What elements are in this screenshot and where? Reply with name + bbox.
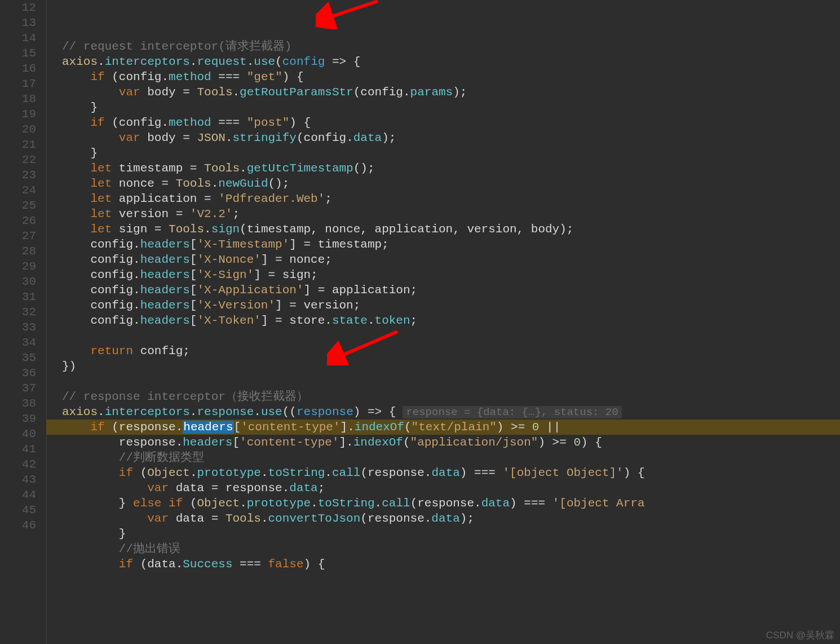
code-line[interactable]: config.headers['X-Version'] = version; [46,298,840,313]
line-number: 27 [0,228,36,244]
code-line[interactable]: let sign = Tools.sign(timestamp, nonce, … [46,222,840,237]
code-token: ; [410,314,418,327]
line-number: 46 [0,518,36,533]
code-token: config [304,131,347,144]
code-line[interactable]: var data = response.data; [46,480,840,496]
code-line[interactable]: response.headers['content-type'].indexOf… [46,435,840,450]
code-token: params [410,86,453,99]
code-line[interactable]: } [46,526,840,541]
line-number: 22 [0,152,36,167]
code-line[interactable]: let application = 'Pdfreader.Web'; [46,191,840,206]
code-line[interactable]: config.headers['X-Token'] = store.state.… [46,313,840,328]
line-number: 36 [0,365,36,381]
code-token: convertToJson [268,512,361,525]
code-line[interactable]: //判断数据类型 [46,450,840,465]
code-area[interactable]: // request interceptor(请求拦截器)axios.inter… [46,0,840,644]
line-number: 31 [0,289,36,305]
code-token: headers [140,238,190,251]
code-line[interactable]: if (response.headers['content-type'].ind… [46,420,840,435]
code-line[interactable]: axios.interceptors.request.use(config =>… [46,54,840,69]
code-line[interactable]: var body = JSON.stringify(config.data); [46,130,840,145]
code-token: } [62,497,133,510]
code-token: 0 [532,421,540,434]
code-token: (response. [410,497,481,510]
code-token: ) { [282,70,304,83]
code-line[interactable]: let timestamp = Tools.getUtcTimestamp(); [46,161,840,176]
code-token: sign [211,223,240,236]
code-line[interactable]: if (config.method === "get") { [46,69,840,85]
code-token: indexOf [353,436,403,449]
line-number: 35 [0,350,36,365]
line-number: 32 [0,305,36,320]
code-line[interactable]: if (Object.prototype.toString.call(respo… [46,465,840,480]
code-line[interactable]: let version = 'V2.2'; [46,206,840,222]
code-token: false [268,558,304,571]
code-line[interactable]: } [46,145,840,161]
code-token: ] = application; [303,284,417,297]
code-token: // response interceptor（接收拦截器） [62,390,308,403]
code-line[interactable]: let nonce = Tools.newGuid(); [46,176,840,191]
code-line[interactable]: config.headers['X-Application'] = applic… [46,283,840,298]
code-token: 'X-Timestamp' [197,238,289,251]
code-token: var [119,131,140,144]
code-token: (data. [133,558,183,571]
code-token: ) { [581,436,602,449]
code-token: config. [62,299,140,312]
code-editor[interactable]: 1213141516171819202122232425262728293031… [0,0,840,644]
code-line[interactable]: var body = Tools.getRoutParamsStr(config… [46,85,840,100]
code-token: || [539,421,560,434]
code-line[interactable]: axios.interceptors.response.use((respons… [46,404,840,420]
code-token: headers [140,299,190,312]
code-token: // request interceptor(请求拦截器) [62,40,291,53]
code-line[interactable]: } else if (Object.prototype.toString.cal… [46,496,840,511]
code-token: var [147,512,169,525]
code-line[interactable]: config.headers['X-Sign'] = sign; [46,267,840,283]
code-token: response [297,405,353,418]
code-line[interactable]: }) [46,359,840,374]
code-token [62,466,119,479]
code-token: (timestamp, nonce, application, version,… [240,223,573,236]
code-line[interactable]: var data = Tools.convertToJson(response.… [46,511,840,526]
code-line[interactable]: return config; [46,343,840,359]
code-token: . [211,177,219,190]
code-token: . [254,405,261,418]
code-token: [ [234,421,241,434]
line-number: 30 [0,274,36,289]
code-token: Object [197,497,240,510]
code-token: ] = version; [275,299,360,312]
code-token: response [119,421,176,434]
code-token: (); [268,177,290,190]
code-line[interactable] [46,374,840,389]
code-token: config. [62,284,140,297]
code-token [62,86,119,99]
code-token [62,482,147,495]
code-token: if [119,558,133,571]
line-number-gutter: 1213141516171819202122232425262728293031… [0,0,46,644]
code-token: ]. [341,421,355,434]
code-token: . [98,405,105,418]
code-token: body = [140,86,197,99]
code-line[interactable]: config.headers['X-Timestamp'] = timestam… [46,237,840,252]
line-number: 17 [0,76,36,91]
code-line[interactable] [46,328,840,343]
code-line[interactable]: if (data.Success === false) { [46,557,840,572]
code-token: . [240,497,247,510]
code-token: ; [318,482,325,495]
code-line[interactable]: // request interceptor(请求拦截器) [46,39,840,54]
code-token: response [197,405,254,418]
code-token: } [62,147,98,160]
code-line[interactable]: config.headers['X-Nonce'] = nonce; [46,252,840,267]
code-token: ( [105,70,119,83]
line-number: 26 [0,213,36,228]
code-token [62,223,90,236]
code-line[interactable]: //抛出错误 [46,541,840,557]
code-token: prototype [197,466,261,479]
code-token: ( [404,421,412,434]
code-line[interactable]: } [46,100,840,115]
line-number: 43 [0,472,36,487]
code-token: ); [460,512,474,525]
code-line[interactable]: // response interceptor（接收拦截器） [46,389,840,404]
code-token: ( [105,116,119,129]
code-token: config [119,70,162,83]
code-line[interactable]: if (config.method === "post") { [46,115,840,130]
